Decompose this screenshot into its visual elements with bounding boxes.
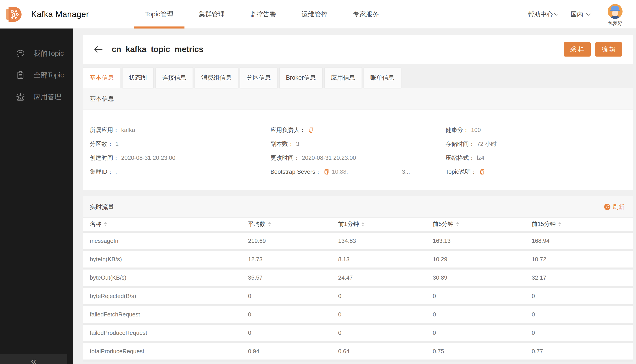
metric-avg: 12.73: [248, 250, 338, 268]
sort-arrows-icon[interactable]: [558, 222, 561, 226]
field-label: 压缩格式：: [446, 154, 475, 162]
kafka-manager-app: Kafka Manager Topic管理 集群管理 监控告警 运维管控 专家服…: [0, 0, 636, 364]
metric-5min: 0: [433, 305, 532, 324]
metric-avg: 219.69: [248, 232, 338, 250]
field-value-overflow: 3...: [402, 168, 410, 175]
field-label: 应用负责人：: [270, 126, 306, 134]
tab-bill-info[interactable]: 账单信息: [364, 67, 401, 88]
tab-basic-info[interactable]: 基本信息: [83, 67, 120, 88]
metric-15min: 10.72: [532, 250, 633, 268]
table-row: messageIn 219.69 134.83 163.13 168.94: [83, 232, 633, 250]
kafka-manager-logo-icon: [6, 6, 23, 23]
basic-info-grid: 所属应用： kafka 应用负责人： 健康分： 100 分区数： 1: [83, 110, 633, 190]
tab-connection-info[interactable]: 连接信息: [156, 67, 193, 88]
tab-broker-info[interactable]: Broker信息: [280, 67, 322, 88]
nav-item-ops[interactable]: 运维管控: [290, 0, 339, 28]
tab-partition-info[interactable]: 分区信息: [240, 67, 278, 88]
field-app-owner: 应用负责人：: [270, 126, 446, 134]
region-menu[interactable]: 国内: [571, 10, 590, 19]
metric-1min: 8.13: [338, 250, 433, 268]
tab-consumer-group-info[interactable]: 消费组信息: [195, 67, 238, 88]
metric-15min: 32.17: [532, 268, 633, 287]
edit-button[interactable]: 编 辑: [595, 42, 622, 56]
field-retention-time: 存储时间： 72 小时: [446, 140, 633, 148]
column-header-15min: 前15分钟: [532, 220, 556, 228]
sort-arrows-icon[interactable]: [456, 222, 459, 226]
copy-icon[interactable]: [479, 169, 485, 175]
realtime-section-header: 实时流量 刷新: [83, 196, 633, 218]
copy-icon[interactable]: [308, 127, 314, 133]
tab-app-info[interactable]: 应用信息: [324, 67, 362, 88]
field-label: 创建时间：: [90, 154, 119, 162]
metric-name: failedFetchRequest: [83, 305, 248, 324]
sort-arrows-icon[interactable]: [104, 222, 107, 226]
field-label: 健康分：: [446, 126, 469, 134]
basic-info-section-header: 基本信息: [83, 88, 633, 110]
title-actions: 采 样 编 辑: [564, 42, 622, 56]
tab-status-chart[interactable]: 状态图: [122, 67, 154, 88]
metric-avg: 0: [248, 287, 338, 305]
field-value: 1: [115, 140, 118, 148]
main-content: cn_kafka_topic_metrics 采 样 编 辑 基本信息 状态图 …: [83, 35, 633, 362]
refresh-button[interactable]: 刷新: [604, 203, 624, 211]
table-row: failedProduceRequest 0 0 0 0: [83, 324, 633, 342]
nav-item-topic[interactable]: Topic管理: [134, 0, 184, 28]
topic-title-bar: cn_kafka_topic_metrics 采 样 编 辑: [83, 35, 633, 64]
sort-arrows-icon[interactable]: [362, 222, 364, 226]
field-modify-time: 更改时间： 2020-08-31 20:23:00: [270, 154, 446, 162]
nav-item-label: 集群管理: [198, 10, 225, 18]
field-label: Topic说明：: [446, 168, 477, 176]
table-row: byteOut(KB/s) 35.57 24.47 30.89 32.17: [83, 268, 633, 287]
app-title: Kafka Manager: [31, 10, 89, 19]
metric-avg: 35.57: [248, 268, 338, 287]
sidebar-item-my-topic[interactable]: 我的Topic: [0, 42, 73, 64]
refresh-icon: [604, 204, 610, 210]
metric-5min: 10.29: [433, 250, 532, 268]
chevron-down-icon: [586, 12, 590, 16]
metric-15min: 0.77: [532, 342, 633, 360]
nav-item-label: 专家服务: [353, 10, 379, 18]
sort-arrows-icon[interactable]: [268, 222, 271, 226]
back-arrow-icon[interactable]: [94, 46, 103, 53]
sidebar-item-label: 我的Topic: [34, 49, 64, 58]
metric-5min: 0: [433, 287, 532, 305]
main-nav: Topic管理 集群管理 监控告警 运维管控 专家服务: [134, 0, 390, 28]
field-value: 72 小时: [477, 140, 497, 148]
sidebar-item-app-manage[interactable]: 应用管理: [0, 86, 73, 108]
field-cluster-id: 集群ID： .: [90, 168, 270, 176]
sidebar-item-label: 应用管理: [34, 92, 62, 102]
metric-avg: 0.94: [248, 342, 338, 360]
help-center-label: 帮助中心: [528, 10, 553, 19]
metric-15min: 0: [532, 287, 633, 305]
metric-1min: 134.83: [338, 232, 433, 250]
basic-info-card: 基本信息 所属应用： kafka 应用负责人： 健康分： 100: [83, 88, 633, 190]
nav-item-expert[interactable]: 专家服务: [342, 0, 390, 28]
help-center-menu[interactable]: 帮助中心: [528, 10, 558, 19]
detail-tabs: 基本信息 状态图 连接信息 消费组信息 分区信息 Broker信息 应用信息 账…: [83, 67, 633, 88]
metric-name: failedProduceRequest: [83, 324, 248, 342]
sidebar-collapse-bar[interactable]: «: [0, 354, 67, 364]
metric-15min: 0: [532, 324, 633, 342]
field-label: 更改时间：: [270, 154, 300, 162]
active-nav-underline: [134, 26, 184, 28]
nav-item-cluster[interactable]: 集群管理: [188, 0, 236, 28]
copy-icon[interactable]: [324, 169, 330, 175]
metric-5min: 30.89: [433, 268, 532, 287]
field-compression-format: 压缩格式： lz4: [446, 154, 633, 162]
metric-1min: 0: [338, 324, 433, 342]
sample-button[interactable]: 采 样: [564, 42, 591, 56]
metric-name: byteOut(KB/s): [83, 268, 248, 287]
user-name: 包梦婷: [608, 20, 622, 27]
field-create-time: 创建时间： 2020-08-31 20:23:00: [90, 154, 270, 162]
nav-item-label: 运维管控: [302, 10, 328, 18]
sidebar-item-all-topic[interactable]: 全部Topic: [0, 64, 73, 86]
field-replica-count: 副本数： 3: [270, 140, 446, 148]
table-row: byteRejected(B/s) 0 0 0 0: [83, 287, 633, 305]
nav-item-monitor[interactable]: 监控告警: [239, 0, 287, 28]
field-owner-app: 所属应用： kafka: [90, 126, 270, 134]
field-label: 副本数：: [270, 140, 294, 148]
user-menu[interactable]: 包梦婷: [608, 4, 622, 27]
sidebar-items: 我的Topic 全部Topic 应用管理: [0, 28, 73, 108]
field-label: Bootstrap Severs：: [270, 168, 321, 176]
field-value: 2020-08-31 20:23:00: [302, 154, 356, 161]
